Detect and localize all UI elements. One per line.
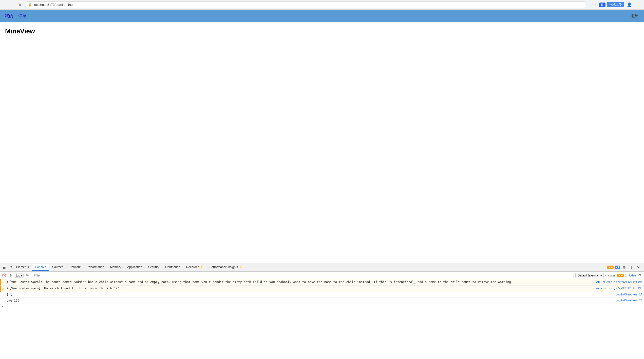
console-text-1: [Vue Router warn]: The route named "admi… [9, 280, 596, 284]
log-levels-select[interactable]: Default levels ▾ [575, 273, 604, 278]
console-text-2: [Vue Router warn]: No match found for lo… [9, 286, 596, 291]
devtools-dock-button[interactable]: ☰ [1, 264, 7, 270]
tab-security[interactable]: Security [145, 264, 162, 271]
devtools-inspect-button[interactable]: ⬚ [7, 264, 13, 270]
console-row-output-1: 1 1 LoginView.vue:25 [0, 292, 644, 298]
logout-button[interactable]: 退出 [631, 13, 639, 19]
address-bar[interactable]: 🔒 localhost:5173/admin/mine [25, 1, 586, 8]
back-button[interactable]: ← [3, 2, 9, 8]
console-row-output-2: qwe 123 LoginView.vue:25 [0, 298, 644, 304]
tab-performance-insights[interactable]: Performance insights ⚡ [206, 264, 246, 271]
app-nav: 我的 订单 退出 [0, 10, 644, 22]
tab-console[interactable]: Console [32, 264, 49, 271]
page-title: MineView [5, 27, 639, 35]
console-source-link-3[interactable]: LoginView.vue:25 [616, 293, 642, 296]
browser-chrome: ← → ↻ 🔒 localhost:5173/admin/mine ⋯ B 拖拽… [0, 0, 644, 10]
context-label: top [16, 274, 20, 277]
forward-button[interactable]: → [10, 2, 16, 8]
console-text-3: 1 1 [7, 293, 616, 297]
tab-recorder[interactable]: Recorder ⚡ [183, 264, 206, 271]
context-dropdown-icon: ▾ [21, 274, 22, 277]
context-selector[interactable]: top ▾ [15, 273, 24, 278]
console-row-warn-2: ⚠ ▶ [Vue Router warn]: No match found fo… [0, 286, 644, 292]
warning-badge: ▲ 4 [607, 266, 613, 269]
main-content: MineView [0, 22, 644, 263]
reload-button[interactable]: ↻ [17, 2, 23, 8]
console-prompt-row: > [0, 304, 644, 310]
console-settings-button[interactable]: ⚙ [637, 273, 642, 278]
console-row-warn-1: ⚠ ▶ [Vue Router warn]: The route named "… [0, 279, 644, 286]
console-filter-input[interactable] [32, 273, 574, 278]
nav-buttons: ← → ↻ [3, 2, 23, 8]
lock-icon: 🔒 [28, 3, 32, 7]
console-text-4: qwe 123 [7, 298, 616, 303]
console-source-link-2[interactable]: vue-router.js?v=92c1251f:198 [596, 286, 642, 290]
tab-lighthouse[interactable]: Lighthouse [162, 264, 183, 271]
baidu-extension[interactable]: B [599, 3, 605, 7]
browser-actions: ⋯ B 拖拽上传 👤 ⋮ [591, 1, 641, 8]
devtools-tabs: ☰ ⬚ Elements Console Sources Network Per… [0, 263, 644, 272]
console-source-link-1[interactable]: vue-router.js?v=92c1251f:198 [596, 280, 642, 284]
tab-elements[interactable]: Elements [13, 264, 32, 271]
devtools-more-button[interactable]: ⋮ [628, 264, 634, 270]
menu-button[interactable]: ⋮ [634, 1, 641, 8]
issues-warning-badge: ▲ 4 [617, 274, 624, 277]
console-toolbar: 🚫 ⊘ top ▾ 👁 Default levels ▾ 4 Issues: ▲… [0, 272, 644, 279]
console-block-button[interactable]: ⊘ [8, 273, 13, 278]
info-badge: ■ 4 [615, 266, 620, 269]
nav-link-orders[interactable]: 订单 [18, 12, 26, 20]
tab-sources[interactable]: Sources [49, 264, 66, 271]
nav-link-mine[interactable]: 我的 [5, 12, 13, 20]
profile-button[interactable]: 👤 [626, 1, 633, 8]
console-source-link-4[interactable]: LoginView.vue:25 [616, 298, 642, 302]
tab-performance[interactable]: Performance [84, 264, 107, 271]
devtools-settings-button[interactable]: ⚙ [621, 264, 627, 270]
hidden-count[interactable]: 2 hidden [625, 274, 636, 277]
devtools-close-button[interactable]: ✕ [635, 264, 641, 270]
tab-memory[interactable]: Memory [107, 264, 124, 271]
warn-icon-1: ⚠ [2, 280, 6, 285]
console-output: ⚠ ▶ [Vue Router warn]: The route named "… [0, 279, 644, 359]
issues-count: 4 Issues: ▲ 4 [605, 274, 624, 277]
devtools-panel: ☰ ⬚ Elements Console Sources Network Per… [0, 263, 644, 359]
url-text: localhost:5173/admin/mine [33, 3, 73, 7]
devtools-tab-actions: ▲ 4 ■ 4 ⚙ ⋮ ✕ [607, 264, 643, 270]
extensions-button[interactable]: ⋯ [591, 1, 598, 8]
expand-icon-2[interactable]: ▶ [7, 286, 9, 290]
drag-upload-button[interactable]: 拖拽上传 [607, 2, 624, 7]
warn-icon-2: ⚠ [2, 287, 6, 291]
console-prompt-symbol: > [2, 305, 3, 309]
console-clear-button[interactable]: 🚫 [2, 273, 7, 278]
tab-application[interactable]: Application [124, 264, 145, 271]
expand-icon-1[interactable]: ▶ [7, 280, 9, 284]
app-nav-links: 我的 订单 [5, 12, 26, 20]
page-content: 我的 订单 退出 MineView ☰ ⬚ Elements Console S… [0, 10, 644, 359]
tab-network[interactable]: Network [66, 264, 84, 271]
console-eye-button[interactable]: 👁 [25, 273, 30, 278]
console-input[interactable] [3, 305, 642, 308]
